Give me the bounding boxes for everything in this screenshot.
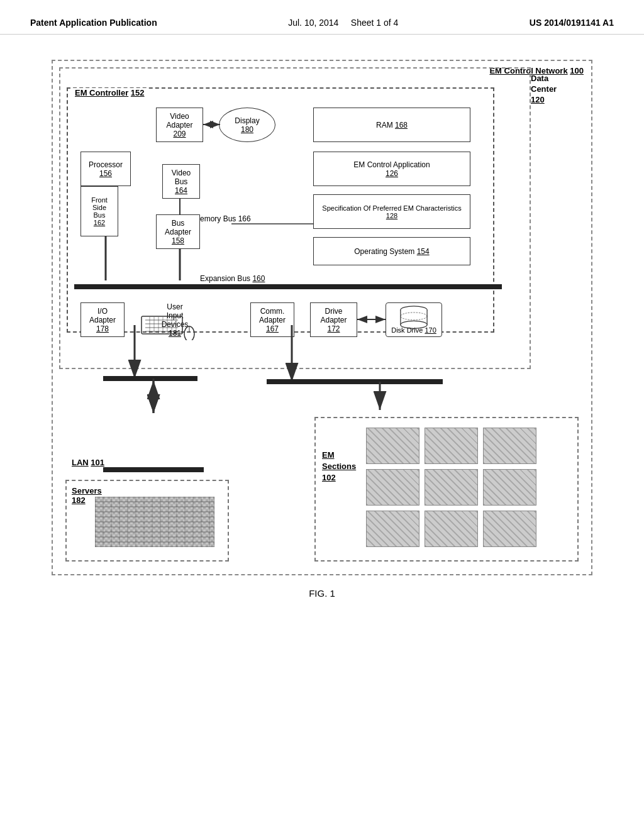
- patent-number: US 2014/0191141 A1: [530, 18, 614, 28]
- bus-adapter-box: BusAdapter 158: [156, 214, 200, 249]
- video-bus-label: VideoBus: [172, 169, 191, 186]
- servers-number: 182: [72, 495, 86, 505]
- data-center-text: DataCenter120: [531, 74, 557, 104]
- em-cell-6: [483, 469, 536, 506]
- os-box: Operating System 154: [313, 237, 470, 265]
- disk-drive-box: Disk Drive 170: [386, 302, 442, 337]
- data-center-number: 120: [531, 95, 545, 104]
- em-app-box: EM Control Application 126: [313, 152, 470, 186]
- em-sections-grid: [366, 428, 536, 547]
- fig-label: FIG. 1: [30, 588, 614, 599]
- display-number: 180: [241, 125, 253, 134]
- os-label: Operating System 154: [354, 247, 429, 256]
- video-adapter-box: VideoAdapter 209: [156, 108, 203, 142]
- pub-date: Jul. 10, 2014: [288, 18, 338, 28]
- comm-adapter-number: 167: [266, 324, 279, 333]
- processor-number: 156: [99, 169, 112, 178]
- em-sections-label: EMSections 102: [322, 450, 356, 484]
- drive-adapter-number: 172: [327, 324, 340, 333]
- comm-adapter-box: Comm.Adapter 167: [250, 302, 294, 337]
- sheet-label: Sheet 1 of 4: [351, 18, 399, 28]
- video-bus-box: VideoBus 164: [162, 164, 200, 199]
- processor-box: Processor 156: [80, 152, 131, 186]
- em-cell-2: [425, 428, 478, 464]
- em-controller-box: EM Controller 152 Processor 156 FrontSid…: [67, 87, 494, 333]
- em-control-network-box: EM Control Network 100 DataCenter120 EM …: [52, 60, 592, 575]
- svg-rect-53: [95, 497, 214, 547]
- keyboard-icon: [140, 315, 197, 340]
- fsb-box: FrontSideBus 162: [80, 186, 118, 236]
- servers-box: Servers 182: [65, 480, 229, 562]
- video-adapter-number: 209: [173, 130, 186, 138]
- em-app-number: 126: [386, 169, 398, 178]
- lan-bus: [103, 467, 204, 472]
- processor-label: Processor: [89, 160, 123, 169]
- publication-label: Patent Application Publication: [30, 18, 157, 28]
- em-sections-text: EMSections: [322, 450, 356, 471]
- server-rack-visual: [95, 497, 214, 547]
- drive-adapter-label: DriveAdapter: [320, 307, 347, 324]
- io-adapter-label: I/OAdapter: [89, 307, 116, 324]
- em-controller-text: EM Controller: [75, 88, 128, 97]
- data-center-label: DataCenter120: [531, 74, 555, 106]
- lan-text: LAN: [72, 458, 89, 467]
- expansion-bus-line: [74, 284, 502, 289]
- em-cell-7: [366, 511, 419, 547]
- spec-number: 128: [386, 212, 397, 219]
- expansion-bus-label: Expansion Bus 160: [200, 274, 508, 283]
- bus-adapter-label: BusAdapter: [165, 219, 191, 236]
- em-cell-9: [483, 511, 536, 547]
- em-control-network-number: 100: [570, 66, 584, 75]
- em-sections-number: 102: [322, 473, 336, 482]
- expansion-bus-number: 160: [252, 274, 265, 283]
- data-center-box: DataCenter120 EM Controller 152 Processo…: [59, 67, 531, 369]
- video-adapter-label: VideoAdapter: [166, 112, 192, 130]
- main-content: EM Control Network 100 DataCenter120 EM …: [0, 35, 644, 611]
- header-left: Patent Application Publication: [30, 18, 157, 28]
- header-center: Jul. 10, 2014 Sheet 1 of 4: [288, 18, 398, 28]
- memory-bus-text: Memory Bus 166: [194, 214, 251, 223]
- io-adapter-number: 178: [96, 324, 109, 333]
- expansion-bus-text: Expansion Bus: [200, 274, 250, 283]
- spec-label: Specification Of Preferred EM Characteri…: [322, 204, 461, 212]
- expansion-bus: Expansion Bus 160: [74, 274, 508, 289]
- display-label: Display: [235, 116, 259, 125]
- em-app-label: EM Control Application: [353, 160, 430, 169]
- comm-adapter-label: Comm.Adapter: [259, 307, 286, 324]
- drive-adapter-box: DriveAdapter 172: [310, 302, 357, 337]
- disk-drive-label-text: Disk Drive 170: [391, 326, 436, 334]
- page-header: Patent Application Publication Jul. 10, …: [0, 0, 644, 35]
- em-cell-8: [425, 511, 478, 547]
- display-oval: Display 180: [219, 108, 275, 142]
- ram-label: RAM 168: [376, 121, 408, 130]
- spec-box: Specification Of Preferred EM Characteri…: [313, 194, 470, 229]
- em-cell-4: [366, 469, 419, 506]
- fsb-label: FrontSideBus: [91, 196, 108, 219]
- servers-text: Servers: [72, 486, 102, 495]
- fsb-number: 162: [94, 219, 105, 226]
- em-cell-1: [366, 428, 419, 464]
- em-sections-box: EMSections 102: [314, 417, 579, 562]
- fig-label-text: FIG. 1: [309, 588, 335, 599]
- video-bus-number: 164: [175, 186, 187, 195]
- header-right: US 2014/0191141 A1: [530, 18, 614, 28]
- ram-box: RAM 168: [313, 108, 470, 142]
- em-controller-label: EM Controller 152: [73, 88, 147, 97]
- io-adapter-box: I/OAdapter 178: [80, 302, 125, 337]
- em-cell-3: [483, 428, 536, 464]
- bus-adapter-number: 158: [172, 236, 184, 245]
- em-cell-5: [425, 469, 478, 506]
- lan-number: 101: [91, 458, 104, 467]
- lan-label: LAN 101: [72, 458, 104, 467]
- memory-bus-label: Memory Bus 166: [194, 214, 251, 223]
- em-controller-number: 152: [131, 88, 145, 97]
